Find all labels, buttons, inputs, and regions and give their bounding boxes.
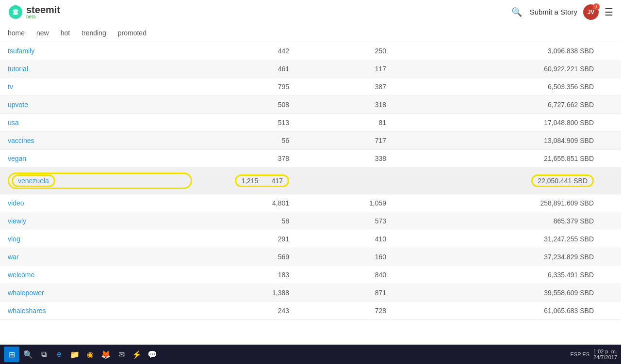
search-icon[interactable]: 🔍 <box>511 7 522 17</box>
notification-badge: 1 <box>593 3 600 10</box>
sbd-cell: 6,727.662 SBD <box>386 101 613 109</box>
table-row: viewly 58 573 865.379 SBD <box>0 212 621 230</box>
num1-cell: 58 <box>192 217 289 225</box>
tag-cell[interactable]: vlog <box>8 235 192 243</box>
nav-item-home[interactable]: home <box>8 29 25 37</box>
num1-cell: 4,801 <box>192 199 289 207</box>
sbd-cell: 258,891.609 SBD <box>386 199 613 207</box>
sbd-cell: 61,065.683 SBD <box>386 307 613 315</box>
num2-cell: 160 <box>289 253 386 261</box>
tag-cell[interactable]: welcome <box>8 271 192 279</box>
num1-cell: 795 <box>192 83 289 91</box>
main-nav: home new hot trending promoted <box>0 24 621 42</box>
num2-cell: 117 <box>289 65 386 73</box>
num1-cell: 291 <box>192 235 289 243</box>
tag-cell[interactable]: tv <box>8 83 192 91</box>
sbd-cell: 60,922.221 SBD <box>386 65 613 73</box>
num2-cell: 338 <box>289 155 386 162</box>
tag-cell[interactable]: tutorial <box>8 65 192 73</box>
num2-cell: 840 <box>289 271 386 279</box>
num2-cell: 717 <box>289 137 386 144</box>
avatar[interactable]: JV 1 <box>583 4 599 20</box>
tag-cell[interactable]: venezuela <box>8 173 192 189</box>
hamburger-menu-icon[interactable]: ☰ <box>605 6 613 18</box>
sbd-cell: 31,247.255 SBD <box>386 235 613 243</box>
sbd-cell: 13,084.909 SBD <box>386 137 613 144</box>
table-row: venezuela 1,215 417 22,050.441 SBD <box>0 168 621 194</box>
num2-cell: 81 <box>289 119 386 127</box>
nav-item-hot[interactable]: hot <box>61 29 70 37</box>
num2-cell: 573 <box>289 217 386 225</box>
sbd-cell: 21,655.851 SBD <box>386 155 613 162</box>
tag-cell[interactable]: whaleshares <box>8 307 192 315</box>
sbd-cell: 22,050.441 SBD <box>386 174 613 187</box>
tag-cell[interactable]: video <box>8 199 192 207</box>
tag-cell[interactable]: upvote <box>8 101 192 109</box>
logo-name: steemit <box>26 5 60 15</box>
table-row: tsufamily 442 250 3,096.838 SBD <box>0 42 621 60</box>
highlighted-tag[interactable]: venezuela <box>12 174 55 187</box>
nav-item-new[interactable]: new <box>36 29 49 37</box>
tag-cell[interactable]: vegan <box>8 155 192 162</box>
nav-item-promoted[interactable]: promoted <box>118 29 147 37</box>
table-row: vaccines 56 717 13,084.909 SBD <box>0 132 621 150</box>
table-row: upvote 508 318 6,727.662 SBD <box>0 96 621 114</box>
highlighted-num1: 1,215 417 <box>235 174 289 187</box>
num1-cell: 442 <box>192 47 289 55</box>
header: steemit beta 🔍 Submit a Story JV 1 ☰ <box>0 0 621 24</box>
num2-cell: 410 <box>289 235 386 243</box>
num1-cell: 508 <box>192 101 289 109</box>
table-row: tv 795 387 6,503.356 SBD <box>0 78 621 96</box>
sbd-cell: 39,558.609 SBD <box>386 289 613 297</box>
logo-area[interactable]: steemit beta <box>8 4 60 20</box>
num1-cell: 183 <box>192 271 289 279</box>
num2-cell: 250 <box>289 47 386 55</box>
tags-table: tsufamily 442 250 3,096.838 SBD tutorial… <box>0 42 621 320</box>
sbd-cell: 17,048.800 SBD <box>386 119 613 127</box>
num1-cell: 1,215 417 <box>192 174 289 187</box>
sbd-cell: 37,234.829 SBD <box>386 253 613 261</box>
table-row: usa 513 81 17,048.800 SBD <box>0 114 621 132</box>
table-row: tutorial 461 117 60,922.221 SBD <box>0 60 621 78</box>
num2-cell: 871 <box>289 289 386 297</box>
tag-cell[interactable]: viewly <box>8 217 192 225</box>
num1-cell: 56 <box>192 137 289 144</box>
steemit-logo-icon <box>8 4 23 20</box>
num1-cell: 243 <box>192 307 289 315</box>
table-row: video 4,801 1,059 258,891.609 SBD <box>0 194 621 212</box>
sbd-cell: 6,335.491 SBD <box>386 271 613 279</box>
num1-cell: 378 <box>192 155 289 162</box>
num2-cell: 387 <box>289 83 386 91</box>
num2-cell: 728 <box>289 307 386 315</box>
tag-cell[interactable]: vaccines <box>8 137 192 144</box>
table-row: vlog 291 410 31,247.255 SBD <box>0 230 621 248</box>
sbd-cell: 6,503.356 SBD <box>386 83 613 91</box>
num2-cell: 318 <box>289 101 386 109</box>
logo-beta: beta <box>26 15 60 19</box>
num2-cell: 1,059 <box>289 199 386 207</box>
logo-text: steemit beta <box>26 5 60 19</box>
num1-cell: 569 <box>192 253 289 261</box>
num1-cell: 513 <box>192 119 289 127</box>
sbd-cell: 865.379 SBD <box>386 217 613 225</box>
nav-item-trending[interactable]: trending <box>82 29 106 37</box>
table-row: welcome 183 840 6,335.491 SBD <box>0 266 621 284</box>
tag-cell[interactable]: usa <box>8 119 192 127</box>
num1-cell: 461 <box>192 65 289 73</box>
sbd-cell: 3,096.838 SBD <box>386 47 613 55</box>
tag-cell[interactable]: tsufamily <box>8 47 192 55</box>
table-row: whaleshares 243 728 61,065.683 SBD <box>0 302 621 320</box>
submit-story-button[interactable]: Submit a Story <box>530 8 577 16</box>
table-row: whalepower 1,388 871 39,558.609 SBD <box>0 284 621 302</box>
num1-cell: 1,388 <box>192 289 289 297</box>
tag-cell[interactable]: war <box>8 253 192 261</box>
table-row: war 569 160 37,234.829 SBD <box>0 248 621 266</box>
tag-cell[interactable]: whalepower <box>8 289 192 297</box>
highlighted-sbd: 22,050.441 SBD <box>531 174 594 187</box>
table-row: vegan 378 338 21,655.851 SBD <box>0 150 621 168</box>
